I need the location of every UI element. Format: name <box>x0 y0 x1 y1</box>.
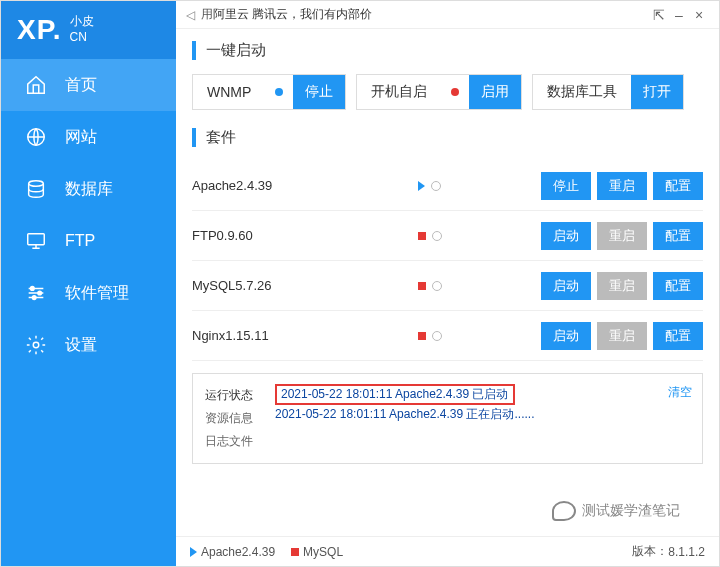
home-icon <box>25 74 47 96</box>
sidebar-item-gear[interactable]: 设置 <box>1 319 176 371</box>
sidebar-item-db[interactable]: 数据库 <box>1 163 176 215</box>
circle-icon <box>432 231 442 241</box>
speaker-icon: ◁ <box>186 8 195 22</box>
sidebar-item-label: 设置 <box>65 335 97 356</box>
log-line: 2021-05-22 18:01:11 Apache2.4.39 已启动 <box>275 384 515 405</box>
svg-point-4 <box>38 291 42 295</box>
stop-icon <box>418 332 426 340</box>
promo-text[interactable]: 阿里云 腾讯云，我们有内部价 <box>213 6 372 23</box>
footer-apache: Apache2.4.39 <box>201 545 275 559</box>
suite-row: Apache2.4.39停止重启配置 <box>192 161 703 211</box>
sidebar-item-sliders[interactable]: 软件管理 <box>1 267 176 319</box>
logo-xp: XP. <box>17 14 62 46</box>
suite-config-button[interactable]: 配置 <box>653 222 703 250</box>
version-label: 版本： <box>632 543 668 560</box>
svg-point-3 <box>31 287 35 291</box>
close-button[interactable]: × <box>689 7 709 23</box>
suite-name: MySQL5.7.26 <box>192 278 418 293</box>
suite-status <box>418 281 541 291</box>
status-dot-blue <box>275 88 283 96</box>
nav-list: 首页网站数据库FTP软件管理设置 <box>1 59 176 566</box>
dbtool-label: 数据库工具 <box>533 83 631 101</box>
suite-action-button[interactable]: 启动 <box>541 272 591 300</box>
quickstart-row: WNMP 停止 开机自启 启用 数据库工具 打开 <box>192 74 703 110</box>
sidebar-item-home[interactable]: 首页 <box>1 59 176 111</box>
sidebar-item-label: 网站 <box>65 127 97 148</box>
version-value: 8.1.1.2 <box>668 545 705 559</box>
svg-rect-2 <box>28 234 45 245</box>
stack-name: WNMP <box>193 84 265 100</box>
suite-config-button[interactable]: 配置 <box>653 172 703 200</box>
logo-top: 小皮 <box>70 14 94 30</box>
sidebar-item-label: 软件管理 <box>65 283 129 304</box>
log-tab[interactable]: 资源信息 <box>205 407 275 430</box>
footer: Apache2.4.39 MySQL 版本： 8.1.1.2 <box>176 536 719 566</box>
suite-list: Apache2.4.39停止重启配置FTP0.9.60启动重启配置MySQL5.… <box>192 161 703 361</box>
titlebar: ◁ 用 阿里云 腾讯云，我们有内部价 ⇱ – × <box>176 1 719 29</box>
svg-point-5 <box>32 296 36 300</box>
circle-icon <box>432 331 442 341</box>
suite-action-button[interactable]: 启动 <box>541 222 591 250</box>
suite-row: MySQL5.7.26启动重启配置 <box>192 261 703 311</box>
svg-point-6 <box>33 342 39 348</box>
suite-restart-button[interactable]: 重启 <box>597 322 647 350</box>
sidebar: XP. 小皮 CN 首页网站数据库FTP软件管理设置 <box>1 1 176 566</box>
suite-status <box>418 231 541 241</box>
suite-action-button[interactable]: 启动 <box>541 322 591 350</box>
autostart-enable-button[interactable]: 启用 <box>469 75 521 109</box>
suite-restart-button[interactable]: 重启 <box>597 272 647 300</box>
logo-bottom: CN <box>70 30 94 46</box>
suite-name: FTP0.9.60 <box>192 228 418 243</box>
stop-icon <box>418 232 426 240</box>
suite-row: Nginx1.15.11启动重启配置 <box>192 311 703 361</box>
stop-icon <box>418 282 426 290</box>
sidebar-item-globe[interactable]: 网站 <box>1 111 176 163</box>
logo: XP. 小皮 CN <box>1 1 176 59</box>
footer-mysql: MySQL <box>303 545 343 559</box>
pin-icon[interactable]: ⇱ <box>649 7 669 23</box>
globe-icon <box>25 126 47 148</box>
suite-status <box>418 181 541 191</box>
gear-icon <box>25 334 47 356</box>
suite-config-button[interactable]: 配置 <box>653 272 703 300</box>
log-line: 2021-05-22 18:01:11 Apache2.4.39 正在启动...… <box>275 405 690 424</box>
suite-status <box>418 331 541 341</box>
minimize-button[interactable]: – <box>669 7 689 23</box>
sidebar-item-monitor[interactable]: FTP <box>1 215 176 267</box>
suite-config-button[interactable]: 配置 <box>653 322 703 350</box>
autostart-label: 开机自启 <box>357 83 441 101</box>
log-lines: 2021-05-22 18:01:11 Apache2.4.39 已启动2021… <box>275 384 690 453</box>
db-icon <box>25 178 47 200</box>
sidebar-item-label: 数据库 <box>65 179 113 200</box>
dbtool-box: 数据库工具 打开 <box>532 74 684 110</box>
autostart-box: 开机自启 启用 <box>356 74 522 110</box>
triangle-icon <box>190 547 197 557</box>
sidebar-item-label: FTP <box>65 232 95 250</box>
circle-icon <box>431 181 441 191</box>
suite-restart-button[interactable]: 重启 <box>597 172 647 200</box>
suite-row: FTP0.9.60启动重启配置 <box>192 211 703 261</box>
monitor-icon <box>25 230 47 252</box>
suite-name: Apache2.4.39 <box>192 178 418 193</box>
clear-log-button[interactable]: 清空 <box>668 384 692 401</box>
log-tabs: 运行状态资源信息日志文件 <box>205 384 275 453</box>
status-dot-red <box>451 88 459 96</box>
sliders-icon <box>25 282 47 304</box>
svg-point-1 <box>29 181 44 187</box>
stack-box[interactable]: WNMP 停止 <box>192 74 346 110</box>
circle-icon <box>432 281 442 291</box>
dbtool-open-button[interactable]: 打开 <box>631 75 683 109</box>
log-panel: 运行状态资源信息日志文件 2021-05-22 18:01:11 Apache2… <box>192 373 703 464</box>
section-quickstart-title: 一键启动 <box>192 41 703 60</box>
square-icon <box>291 548 299 556</box>
log-tab[interactable]: 日志文件 <box>205 430 275 453</box>
suite-restart-button[interactable]: 重启 <box>597 222 647 250</box>
log-tab[interactable]: 运行状态 <box>205 384 275 407</box>
suite-name: Nginx1.15.11 <box>192 328 418 343</box>
play-icon <box>418 181 425 191</box>
section-suite-title: 套件 <box>192 128 703 147</box>
sidebar-item-label: 首页 <box>65 75 97 96</box>
stack-stop-button[interactable]: 停止 <box>293 75 345 109</box>
promo-prefix: 用 <box>201 6 213 23</box>
suite-action-button[interactable]: 停止 <box>541 172 591 200</box>
